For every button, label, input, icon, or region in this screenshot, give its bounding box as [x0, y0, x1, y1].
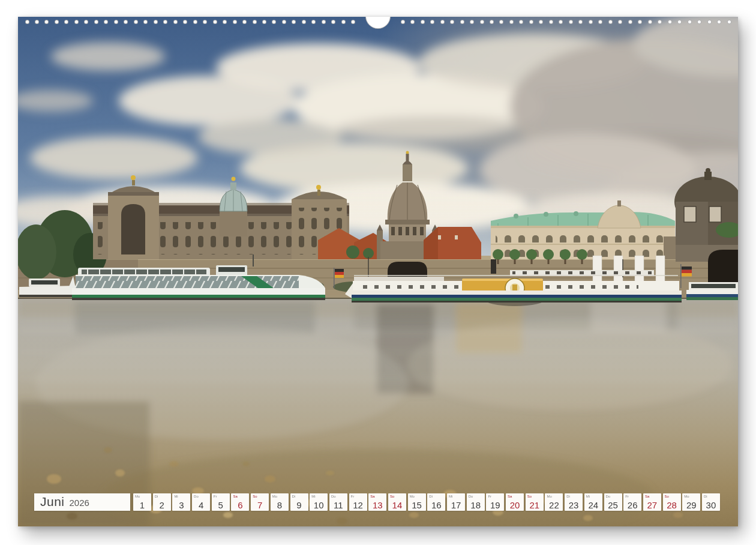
day-cell: Mo8 [271, 493, 289, 511]
binding-hole [638, 20, 642, 24]
weekday-label: Do [469, 495, 473, 498]
day-number: 24 [584, 501, 602, 510]
day-cell: Mo15 [408, 493, 426, 511]
day-number: 9 [290, 501, 308, 510]
day-cell: Mo29 [682, 493, 700, 511]
day-cell: Sa20 [506, 493, 524, 511]
day-number: 1 [133, 501, 151, 510]
binding-hole [203, 20, 207, 24]
binding-hole [569, 20, 573, 24]
day-cell: So21 [526, 493, 544, 511]
weekday-label: Mi [586, 495, 590, 498]
day-number: 8 [271, 501, 289, 510]
calendar-sheet: Juni2026 Mo1Di2Mi3Do4Fr5Sa6So7Mo8Di9Mi10… [18, 17, 738, 526]
binding-hole [124, 20, 128, 24]
day-number: 5 [212, 501, 230, 510]
binding-hole [668, 20, 672, 24]
binding-hole [440, 20, 445, 24]
weekday-label: Fr [351, 495, 355, 498]
day-number: 4 [192, 501, 210, 510]
binding-hole [677, 20, 682, 24]
day-number: 20 [506, 501, 524, 510]
day-cell: Sa27 [643, 493, 661, 511]
weekday-label: Fr [488, 495, 491, 498]
binding-hole [421, 20, 425, 24]
binding-hole [64, 20, 68, 24]
day-number: 21 [526, 501, 544, 510]
binding-hole [341, 20, 346, 24]
weekday-label: Mo [410, 495, 415, 498]
day-cell: Di23 [565, 493, 583, 511]
weekday-label: Di [292, 495, 296, 498]
day-number: 11 [329, 501, 347, 510]
weekday-label: Di [155, 495, 158, 498]
weekday-label: Di [566, 495, 570, 498]
binding-hole [55, 20, 59, 24]
binding-hole [173, 20, 178, 24]
day-number: 2 [153, 501, 171, 510]
boat-right [686, 282, 738, 300]
binding-hole [697, 20, 701, 24]
day-number: 14 [388, 501, 406, 510]
binding-hole [628, 20, 632, 24]
binding-hole [233, 20, 237, 24]
weekday-label: Sa [233, 495, 237, 498]
binding-hole [727, 20, 731, 24]
binding-hole [84, 20, 88, 24]
binding-hole [253, 20, 257, 24]
day-number: 22 [545, 501, 563, 510]
weekday-label: Mo [272, 495, 277, 498]
binding-hole [44, 20, 49, 24]
weekday-label: Sa [370, 495, 374, 498]
day-cell: Do4 [192, 493, 210, 511]
binding-hole [499, 20, 503, 24]
weekday-label: Mo [547, 495, 551, 498]
day-number: 3 [172, 501, 190, 510]
weekday-label: Sa [645, 495, 649, 498]
binding-hole [589, 20, 593, 24]
day-cell: Mi17 [447, 493, 465, 511]
binding-hole [292, 20, 296, 24]
binding-hole [509, 20, 514, 24]
day-cell: Do18 [467, 493, 485, 511]
binding-hole [430, 20, 434, 24]
day-number: 30 [702, 501, 720, 510]
weekday-label: Do [194, 495, 199, 498]
binding-hole [618, 20, 622, 24]
day-cell: Di30 [702, 493, 720, 511]
day-cell: Fr5 [212, 493, 230, 511]
binding-hole [94, 20, 98, 24]
binding-hole [460, 20, 464, 24]
weekday-label: Di [704, 495, 707, 498]
day-cell: Sa6 [231, 493, 249, 511]
binding-hole [282, 20, 286, 24]
binding-hole [351, 20, 355, 24]
day-number: 12 [349, 501, 367, 510]
binding-hole [707, 20, 712, 24]
binding-hole [470, 20, 474, 24]
weekday-label: Do [606, 495, 611, 498]
calendar-strip: Juni2026 Mo1Di2Mi3Do4Fr5Sa6So7Mo8Di9Mi10… [34, 493, 722, 511]
day-number: 23 [565, 501, 583, 510]
day-cell: Di2 [153, 493, 171, 511]
day-cell: Di16 [427, 493, 445, 511]
weekday-label: Fr [214, 495, 217, 498]
binding-hole [529, 20, 533, 24]
day-number: 7 [251, 501, 269, 510]
weekday-label: Mi [174, 495, 178, 498]
day-cell: Mo22 [545, 493, 563, 511]
weekday-label: So [390, 495, 394, 498]
binding-hole [519, 20, 523, 24]
year-label: 2026 [70, 498, 89, 508]
binding-hole [193, 20, 197, 24]
binding-hole [648, 20, 652, 24]
day-number: 27 [643, 501, 661, 510]
day-cell: So7 [251, 493, 269, 511]
weekday-label: Mi [311, 495, 315, 498]
binding-hole [183, 20, 187, 24]
binding-hole [154, 20, 158, 24]
month-name: Juni [40, 495, 65, 508]
binding-hole [480, 20, 484, 24]
binding-hole [35, 20, 39, 24]
weekday-label: Mo [135, 495, 140, 498]
